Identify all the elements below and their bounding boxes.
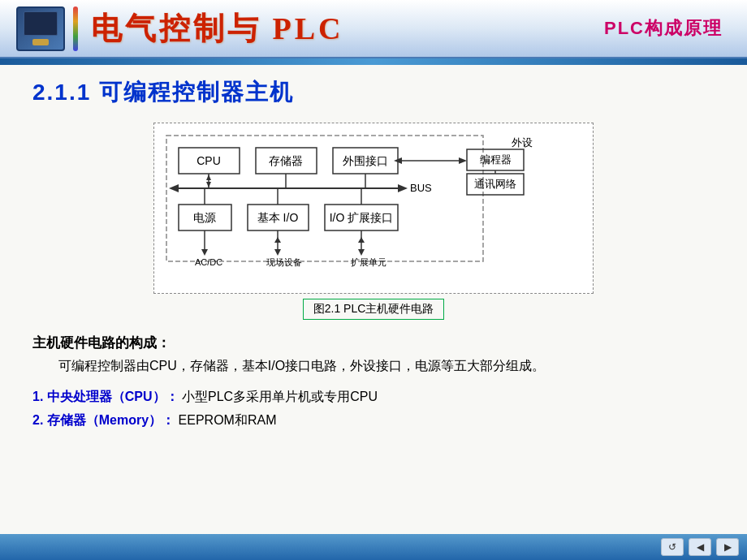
svg-marker-17	[206, 182, 211, 187]
body-text-section: 主机硬件电路的构成： 可编程控制器由CPU，存储器，基本I/O接口电路，外设接口…	[32, 334, 715, 377]
color-bar	[73, 6, 78, 51]
io-interface-label: 外围接口	[343, 154, 388, 167]
intro-bold: 主机硬件电路的构成：	[32, 334, 715, 352]
field-device-label: 现场设备	[266, 257, 302, 267]
caption-text: 图2.1 PLC主机硬件电路	[303, 299, 445, 320]
svg-marker-19	[201, 249, 208, 256]
header-title: 电气控制与 PLC	[91, 8, 344, 50]
diagram-area: CPU 存储器 外围接口 BUS	[32, 123, 715, 320]
header-subtitle: PLC构成原理	[604, 16, 723, 41]
list-items: 1. 中央处理器（CPU）： 小型PLC多采用单片机或专用CPU 2. 存储器（…	[32, 383, 715, 430]
svg-marker-5	[169, 184, 179, 192]
section-title: 2.1.1 可编程控制器主机	[32, 77, 715, 108]
diagram-caption: 图2.1 PLC主机硬件电路	[153, 299, 594, 320]
diagram-wrapper: CPU 存储器 外围接口 BUS	[153, 123, 594, 320]
header-bar	[0, 58, 747, 65]
expand-unit-label: 扩展单元	[351, 257, 386, 267]
bus-label: BUS	[410, 182, 432, 194]
next-button[interactable]: ▶	[716, 538, 739, 556]
external-label: 外设	[512, 136, 533, 149]
list-item-1: 1. 中央处理器（CPU）： 小型PLC多采用单片机或专用CPU	[32, 387, 715, 407]
svg-marker-21	[274, 237, 281, 243]
acdc-label: AC/DC	[195, 257, 222, 267]
programmer-label: 编程器	[480, 153, 512, 166]
svg-marker-22	[274, 249, 281, 256]
main-content: 2.1.1 可编程控制器主机 CPU 存储器	[0, 65, 747, 534]
header: 电气控制与 PLC PLC构成原理	[0, 0, 747, 58]
io-expand-label: I/O 扩展接口	[330, 211, 394, 224]
prev-button[interactable]: ◀	[689, 538, 711, 556]
cpu-label: CPU	[196, 154, 221, 167]
refresh-button[interactable]: ↺	[661, 538, 684, 556]
slide: 电气控制与 PLC PLC构成原理 2.1.1 可编程控制器主机 CPU	[0, 0, 747, 560]
memory-label: 存储器	[269, 154, 303, 167]
plc-diagram-svg: CPU 存储器 外围接口 BUS	[162, 131, 585, 282]
svg-marker-24	[358, 237, 365, 243]
svg-marker-27	[459, 157, 467, 164]
comm-network-label: 通讯网络	[474, 178, 516, 190]
bottom-bar: ↺ ◀ ▶	[0, 534, 747, 560]
basic-io-label: 基本 I/O	[257, 211, 299, 224]
list-item-2: 2. 存储器（Memory）： EEPROM和RAM	[32, 411, 715, 430]
header-logo: 电气控制与 PLC	[16, 6, 344, 51]
intro-body: 可编程控制器由CPU，存储器，基本I/O接口电路，外设接口，电源等五大部分组成。	[32, 355, 715, 377]
item1-label: 1. 中央处理器（CPU）：	[32, 390, 179, 403]
item2-label: 2. 存储器（Memory）：	[32, 413, 175, 427]
svg-marker-6	[398, 184, 408, 192]
diagram-container: CPU 存储器 外围接口 BUS	[153, 123, 594, 294]
power-label: 电源	[193, 211, 216, 224]
item2-detail: EEPROM和RAM	[175, 413, 276, 427]
svg-marker-16	[206, 174, 211, 180]
plc-device-icon	[16, 6, 65, 51]
svg-marker-25	[358, 249, 365, 256]
item1-detail: 小型PLC多采用单片机或专用CPU	[179, 390, 378, 403]
